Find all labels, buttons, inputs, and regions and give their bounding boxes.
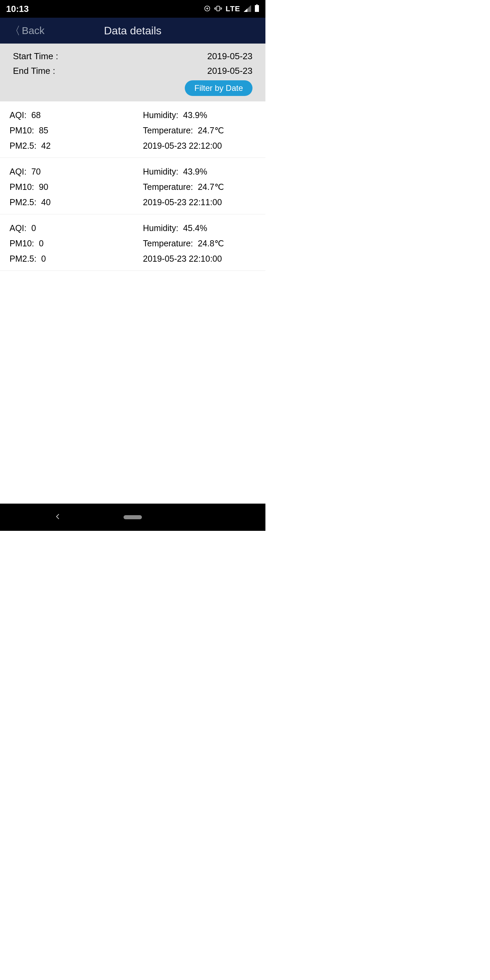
nav-home-pill[interactable] bbox=[124, 515, 142, 519]
data-record[interactable]: AQI: 68 Humidity: 43.9% PM10: 85 Tempera… bbox=[0, 102, 266, 158]
timestamp-cell: 2019-05-23 22:12:00 bbox=[136, 138, 256, 153]
nav-back-icon[interactable] bbox=[54, 513, 61, 521]
timestamp-cell: 2019-05-23 22:10:00 bbox=[136, 251, 256, 266]
data-saver-icon bbox=[204, 4, 211, 14]
svg-rect-1 bbox=[217, 6, 220, 11]
data-record[interactable]: AQI: 70 Humidity: 43.9% PM10: 90 Tempera… bbox=[0, 158, 266, 215]
filter-panel: Start Time : 2019-05-23 End Time : 2019-… bbox=[0, 43, 266, 102]
page-title: Data details bbox=[104, 24, 162, 37]
svg-rect-2 bbox=[256, 5, 258, 5]
pm25-cell: PM2.5: 0 bbox=[10, 251, 129, 266]
temperature-cell: Temperature: 24.8℃ bbox=[136, 236, 256, 251]
start-time-row[interactable]: Start Time : 2019-05-23 bbox=[13, 49, 253, 64]
temperature-cell: Temperature: 24.7℃ bbox=[136, 123, 256, 138]
signal-icon bbox=[243, 4, 251, 14]
back-button[interactable]: 〈 Back bbox=[10, 25, 45, 37]
vibrate-icon bbox=[214, 4, 222, 14]
network-type: LTE bbox=[226, 5, 240, 13]
data-record[interactable]: AQI: 0 Humidity: 45.4% PM10: 0 Temperatu… bbox=[0, 215, 266, 271]
humidity-cell: Humidity: 43.9% bbox=[136, 164, 256, 179]
android-nav-bar bbox=[0, 504, 266, 531]
aqi-cell: AQI: 68 bbox=[10, 108, 129, 123]
start-time-label: Start Time : bbox=[13, 51, 58, 62]
temperature-cell: Temperature: 24.7℃ bbox=[136, 179, 256, 195]
pm10-cell: PM10: 90 bbox=[10, 179, 129, 195]
humidity-cell: Humidity: 43.9% bbox=[136, 108, 256, 123]
aqi-cell: AQI: 70 bbox=[10, 164, 129, 179]
pm25-cell: PM2.5: 42 bbox=[10, 138, 129, 153]
filter-by-date-button[interactable]: Filter by Date bbox=[185, 80, 253, 96]
aqi-cell: AQI: 0 bbox=[10, 221, 129, 236]
timestamp-cell: 2019-05-23 22:11:00 bbox=[136, 195, 256, 210]
pm10-cell: PM10: 0 bbox=[10, 236, 129, 251]
status-time: 10:13 bbox=[6, 4, 29, 14]
end-time-row[interactable]: End Time : 2019-05-23 bbox=[13, 64, 253, 78]
data-list: AQI: 68 Humidity: 43.9% PM10: 85 Tempera… bbox=[0, 102, 266, 504]
back-label: Back bbox=[22, 25, 45, 37]
start-time-value: 2019-05-23 bbox=[207, 51, 253, 62]
chevron-left-icon: 〈 bbox=[10, 25, 21, 36]
svg-rect-3 bbox=[255, 5, 259, 12]
android-status-bar: 10:13 LTE bbox=[0, 0, 266, 18]
battery-icon bbox=[255, 4, 259, 14]
humidity-cell: Humidity: 45.4% bbox=[136, 221, 256, 236]
app-header: 〈 Back Data details bbox=[0, 18, 266, 43]
pm25-cell: PM2.5: 40 bbox=[10, 195, 129, 210]
pm10-cell: PM10: 85 bbox=[10, 123, 129, 138]
end-time-value: 2019-05-23 bbox=[207, 66, 253, 76]
end-time-label: End Time : bbox=[13, 66, 55, 76]
